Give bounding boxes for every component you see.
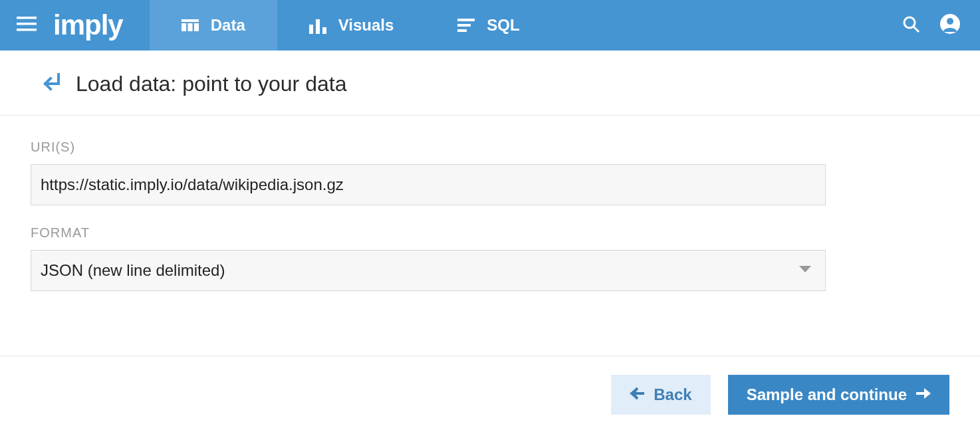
arrow-right-icon <box>916 385 931 404</box>
svg-line-14 <box>914 27 919 32</box>
nav-tab-sql[interactable]: SQL <box>426 0 551 51</box>
account-button[interactable] <box>940 14 960 37</box>
uri-input[interactable] <box>31 164 826 205</box>
hamburger-menu-button[interactable] <box>0 0 53 51</box>
search-button[interactable] <box>902 15 920 36</box>
nav-tab-visuals[interactable]: Visuals <box>277 0 426 51</box>
page-title: Load data: point to your data <box>76 72 346 96</box>
footer-actions: Back Sample and continue <box>0 356 980 428</box>
search-icon <box>902 15 920 36</box>
sql-icon <box>457 19 475 32</box>
uri-label: URI(S) <box>31 140 949 155</box>
nav-tabs: Data Visuals SQL <box>150 0 552 51</box>
svg-rect-9 <box>322 27 326 34</box>
data-icon <box>182 17 199 34</box>
format-label: FORMAT <box>31 225 949 241</box>
nav-tab-label: Data <box>211 16 245 35</box>
arrow-left-icon <box>630 385 644 404</box>
back-button[interactable]: Back <box>611 375 710 415</box>
nav-tab-label: SQL <box>487 16 519 35</box>
svg-rect-3 <box>182 19 199 22</box>
nav-tab-label: Visuals <box>338 16 394 35</box>
sample-continue-label: Sample and continue <box>747 385 907 404</box>
svg-rect-11 <box>457 24 471 27</box>
menu-icon <box>17 17 37 34</box>
svg-rect-5 <box>187 23 192 31</box>
format-select-value: JSON (new line delimited) <box>31 250 826 291</box>
svg-point-13 <box>904 17 915 28</box>
format-select[interactable]: JSON (new line delimited) <box>31 250 826 291</box>
back-arrow-button[interactable] <box>39 73 61 96</box>
form-area: URI(S) FORMAT JSON (new line delimited) <box>0 116 980 318</box>
return-arrow-icon <box>39 73 61 96</box>
topbar-right <box>902 0 980 51</box>
svg-rect-2 <box>17 29 37 31</box>
brand-logo[interactable]: imply <box>53 0 150 51</box>
account-icon <box>940 14 960 37</box>
page-header: Load data: point to your data <box>0 51 980 116</box>
sample-continue-button[interactable]: Sample and continue <box>728 375 949 415</box>
nav-tab-data[interactable]: Data <box>150 0 277 51</box>
svg-rect-1 <box>17 23 37 25</box>
svg-rect-10 <box>457 19 475 21</box>
format-group: FORMAT JSON (new line delimited) <box>31 225 949 291</box>
uri-group: URI(S) <box>31 140 949 205</box>
chart-icon <box>309 17 326 34</box>
svg-rect-6 <box>194 23 199 31</box>
svg-rect-7 <box>309 25 313 34</box>
svg-rect-4 <box>182 23 186 31</box>
svg-point-16 <box>947 18 953 25</box>
svg-rect-8 <box>316 19 320 34</box>
top-nav: imply Data Visuals SQL <box>0 0 980 51</box>
svg-rect-12 <box>457 29 467 32</box>
svg-rect-0 <box>17 17 37 19</box>
back-button-label: Back <box>654 385 691 404</box>
